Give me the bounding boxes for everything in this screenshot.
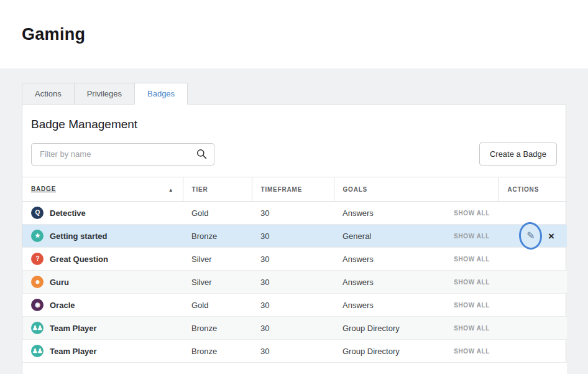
badge-name: Guru (50, 278, 69, 287)
tier-cell: Bronze (183, 317, 252, 340)
timeframe-cell: 30 (252, 271, 334, 294)
goals-cell: Answers (342, 278, 374, 287)
show-all-link[interactable]: SHOW ALL (454, 302, 490, 309)
person-badge-icon: ☻ (31, 276, 44, 288)
people-badge-icon: ♟♟ (31, 322, 44, 334)
timeframe-cell: 30 (252, 225, 334, 248)
goals-cell: Answers (342, 255, 374, 264)
sort-ascending-icon: ▲ (168, 187, 174, 193)
column-header-actions: ACTIONS (498, 177, 567, 202)
remove-badge-icon[interactable]: × (548, 231, 554, 241)
timeframe-cell: 30 (252, 202, 334, 225)
column-header-timeframe[interactable]: TIMEFRAME (252, 177, 334, 202)
badge-name: Great Question (50, 255, 108, 264)
show-all-link[interactable]: SHOW ALL (454, 279, 490, 286)
badge-management-panel: Badge Management Create a Badge BADGE ▲ (22, 104, 566, 374)
badge-name: Oracle (50, 301, 75, 310)
show-all-link[interactable]: SHOW ALL (454, 210, 490, 217)
filter-by-name-input[interactable] (31, 143, 214, 166)
tier-cell: Bronze (183, 340, 252, 363)
page-header: Gaming (0, 0, 588, 68)
tab-actions[interactable]: Actions (22, 83, 75, 105)
table-row[interactable]: ◉OracleGold30AnswersSHOW ALL (22, 294, 567, 317)
tier-cell: Gold (183, 202, 252, 225)
goals-cell: General (342, 231, 371, 241)
toolbar: Create a Badge (22, 143, 566, 166)
magnifier-badge-icon: Q (31, 207, 44, 219)
show-all-link[interactable]: SHOW ALL (454, 256, 490, 263)
tab-badges[interactable]: Badges (134, 83, 188, 105)
timeframe-cell: 30 (252, 317, 334, 340)
table-row[interactable]: ☻GuruSilver30AnswersSHOW ALL (22, 271, 567, 294)
goals-cell: Group Directory (342, 347, 400, 356)
tier-cell: Silver (183, 248, 252, 271)
goals-cell: Answers (342, 208, 374, 218)
people-badge-icon: ♟♟ (31, 345, 44, 357)
page-title: Gaming (22, 25, 85, 44)
edit-pencil-icon: ✎ (526, 231, 535, 241)
tier-cell: Silver (183, 271, 252, 294)
goals-cell: Answers (342, 301, 374, 310)
timeframe-cell: 30 (252, 340, 334, 363)
column-header-badge[interactable]: BADGE ▲ (22, 177, 183, 202)
content-area: Actions Privileges Badges Badge Manageme… (0, 68, 588, 374)
timeframe-cell: 30 (252, 248, 334, 271)
show-all-link[interactable]: SHOW ALL (454, 348, 490, 355)
tab-privileges[interactable]: Privileges (74, 83, 135, 105)
star-badge-icon: ★ (31, 230, 44, 242)
edit-badge-button[interactable]: ✎ (524, 229, 538, 243)
badge-table-body: QDetectiveGold30AnswersSHOW ALL★Getting … (22, 202, 567, 374)
badge-name: Team Player (50, 347, 97, 356)
show-all-link[interactable]: SHOW ALL (454, 233, 490, 240)
timeframe-cell: 30 (252, 294, 334, 317)
table-row[interactable]: ★Getting startedBronze30GeneralSHOW ALL✎… (22, 225, 567, 248)
create-badge-button[interactable]: Create a Badge (479, 143, 557, 166)
search-icon (196, 149, 207, 159)
table-header: BADGE ▲ TIER TIMEFRAME GOALS ACTIONS (22, 177, 567, 202)
show-all-link[interactable]: SHOW ALL (454, 325, 490, 332)
table-row[interactable]: QDetectiveGold30AnswersSHOW ALL (22, 202, 567, 225)
badges-table: BADGE ▲ TIER TIMEFRAME GOALS ACTIONS QDe… (22, 177, 567, 374)
badge-name: Team Player (50, 324, 97, 333)
column-header-goals[interactable]: GOALS (334, 177, 498, 202)
badge-name: Detective (50, 208, 86, 218)
table-row[interactable]: ?Great QuestionSilver30AnswersSHOW ALL (22, 248, 567, 271)
tier-cell: Gold (183, 294, 252, 317)
table-row[interactable]: ♟♟Team PlayerBronze30Group DirectorySHOW… (22, 317, 567, 340)
tab-bar: Actions Privileges Badges (22, 83, 566, 105)
filter-wrap (31, 143, 214, 166)
panel-heading: Badge Management (31, 118, 557, 131)
badge-name: Getting started (50, 231, 107, 241)
question-badge-icon: ? (31, 253, 44, 265)
column-header-tier[interactable]: TIER (183, 177, 252, 202)
tier-cell: Bronze (183, 225, 252, 248)
goals-cell: Group Directory (342, 324, 400, 333)
table-row[interactable]: ♟♟Team PlayerBronze30Group DirectorySHOW… (22, 340, 567, 363)
table-row-partial (22, 363, 567, 374)
eye-badge-icon: ◉ (31, 299, 44, 311)
